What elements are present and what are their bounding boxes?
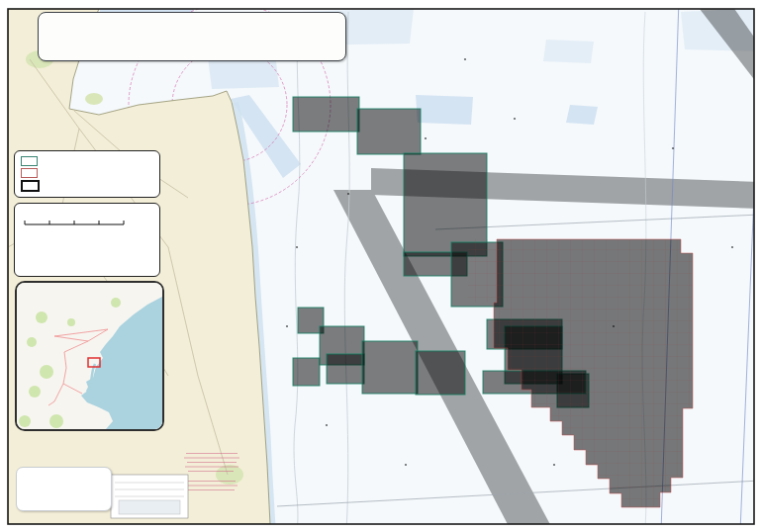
- legend: [14, 150, 160, 198]
- notes-box: [14, 203, 160, 277]
- source-diagram: [111, 475, 188, 518]
- legend-item-cable-corridors: [21, 156, 153, 166]
- lease-swatch: [21, 180, 40, 192]
- orsted-logo: [16, 467, 112, 511]
- corridor-swatch: [21, 156, 38, 166]
- legend-item-survey-area: [21, 168, 153, 178]
- inset-locator-map: [15, 281, 164, 431]
- notice-to-mariners-map: [0, 0, 760, 532]
- scale-bar: [21, 211, 153, 230]
- survey-swatch: [21, 168, 38, 178]
- legend-item-lease-areas: [21, 180, 153, 192]
- title-box: [38, 12, 346, 61]
